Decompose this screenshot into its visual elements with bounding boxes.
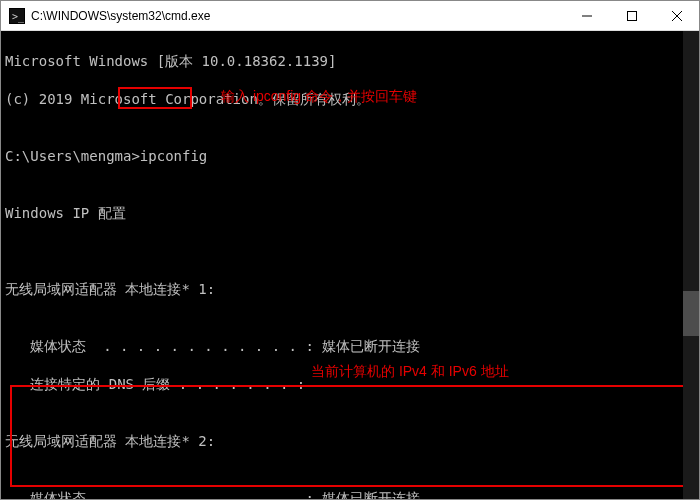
close-button[interactable] bbox=[654, 1, 699, 30]
minimize-button[interactable] bbox=[564, 1, 609, 30]
version-line: Microsoft Windows [版本 10.0.18362.1139] bbox=[5, 52, 695, 71]
svg-text:>_: >_ bbox=[12, 11, 25, 23]
titlebar: >_ C:\WINDOWS\system32\cmd.exe bbox=[1, 1, 699, 31]
terminal-output[interactable]: Microsoft Windows [版本 10.0.18362.1139] (… bbox=[1, 31, 699, 499]
cmd-window: >_ C:\WINDOWS\system32\cmd.exe Microsoft… bbox=[0, 0, 700, 500]
annotation-text-ip: 当前计算机的 IPv4 和 IPv6 地址 bbox=[311, 362, 509, 381]
window-controls bbox=[564, 1, 699, 30]
svg-rect-4 bbox=[627, 11, 636, 20]
adapter1-media-state: 媒体状态 . . . . . . . . . . . . : 媒体已断开连接 bbox=[5, 337, 695, 356]
adapter1-header: 无线局域网适配器 本地连接* 1: bbox=[5, 280, 695, 299]
adapter2-header: 无线局域网适配器 本地连接* 2: bbox=[5, 432, 695, 451]
annotation-text-ipconfig: 输入 ipconfig 命令，并按回车键 bbox=[221, 87, 417, 106]
window-title: C:\WINDOWS\system32\cmd.exe bbox=[31, 9, 564, 23]
scrollbar-thumb[interactable] bbox=[683, 291, 699, 336]
prompt-line-1: C:\Users\mengma>ipconfig bbox=[5, 147, 695, 166]
scrollbar-track[interactable] bbox=[683, 31, 699, 499]
adapter2-media-state: 媒体状态 . . . . . . . . . . . . : 媒体已断开连接 bbox=[5, 489, 695, 499]
ipconfig-title: Windows IP 配置 bbox=[5, 204, 695, 223]
cmd-icon: >_ bbox=[9, 8, 25, 24]
maximize-button[interactable] bbox=[609, 1, 654, 30]
